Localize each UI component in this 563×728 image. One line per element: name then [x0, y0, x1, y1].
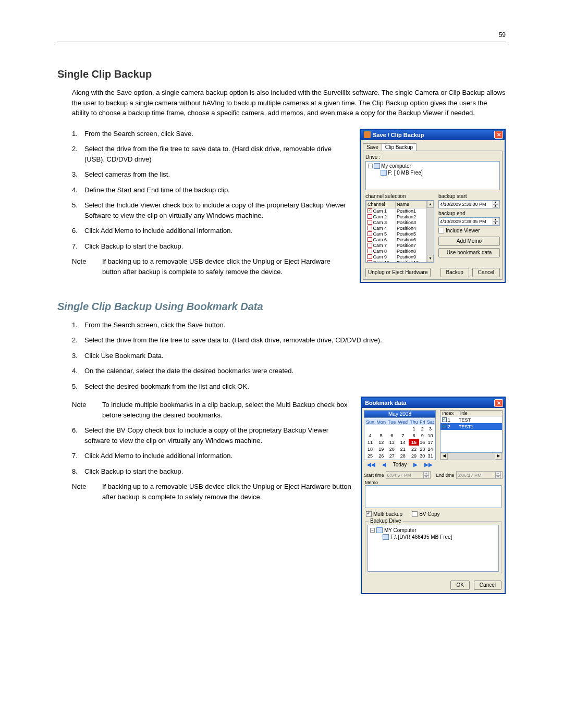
calendar-day[interactable] [397, 425, 409, 432]
calendar-day[interactable]: 9 [419, 432, 426, 439]
my-computer-node[interactable]: My computer [381, 163, 411, 169]
calendar-day[interactable]: 15 [409, 439, 419, 446]
cal-prev-icon[interactable]: ◀ [382, 462, 386, 467]
channel-row[interactable]: Cam 3Position3 [366, 219, 426, 225]
bookmark-list[interactable]: 1TEST2TEST1 [440, 416, 503, 453]
channel-checkbox[interactable] [368, 260, 372, 262]
channel-checkbox[interactable] [368, 254, 372, 259]
calendar-day[interactable]: 18 [365, 446, 375, 452]
include-viewer-checkbox[interactable] [438, 228, 444, 233]
channel-row[interactable]: Cam 5Position5 [366, 231, 426, 237]
channel-row[interactable]: Cam 7Position7 [366, 242, 426, 248]
cancel-button[interactable]: Cancel [474, 581, 501, 590]
channel-checkbox[interactable] [368, 208, 372, 213]
calendar-day[interactable]: 25 [365, 452, 375, 459]
calendar-day[interactable]: 10 [426, 432, 435, 439]
bookmark-checkbox[interactable] [442, 417, 447, 422]
calendar-day[interactable] [375, 425, 387, 432]
backup-drive-tree[interactable]: − MY Computer F:\ [DVR 466495 MB Free] [368, 525, 499, 572]
bv-copy-checkbox[interactable] [412, 511, 418, 517]
cal-next-fast-icon[interactable]: ▶▶ [424, 462, 433, 467]
unplug-eject-button[interactable]: Unplug or Eject Hardware [365, 268, 431, 277]
calendar-day[interactable]: 3 [426, 425, 435, 432]
drive-f-node[interactable]: F:\ [DVR 466495 MB Free] [390, 534, 452, 540]
drive-f-node[interactable]: F: [ 0 MB Free] [388, 169, 423, 176]
calendar-day[interactable]: 13 [387, 439, 397, 446]
calendar-day[interactable]: 1 [409, 425, 419, 432]
calendar-day[interactable]: 7 [397, 432, 409, 439]
close-icon[interactable]: ✕ [494, 399, 503, 407]
close-icon[interactable]: ✕ [494, 131, 503, 139]
backup-end-field[interactable]: 4/10/2009 2:38:05 PM ▲▼ [438, 217, 500, 226]
calendar-day[interactable]: 5 [375, 432, 387, 439]
cal-next-icon[interactable]: ▶ [413, 462, 418, 467]
channel-row[interactable]: Cam 1Position1 [366, 208, 426, 214]
calendar-day[interactable]: 11 [365, 439, 375, 446]
cancel-button[interactable]: Cancel [472, 268, 500, 277]
channel-checkbox[interactable] [368, 249, 372, 253]
calendar-day[interactable]: 29 [409, 452, 419, 459]
scroll-down-icon[interactable]: ▼ [427, 255, 434, 262]
channel-checkbox[interactable] [368, 226, 372, 230]
tab-save[interactable]: Save [363, 143, 382, 151]
backup-start-field[interactable]: 4/10/2009 2:38:00 PM ▲▼ [438, 200, 500, 208]
calendar-day[interactable]: 28 [397, 452, 409, 459]
calendar-day[interactable]: 2 [419, 425, 426, 432]
today-button[interactable]: Today [393, 462, 407, 467]
calendar-day[interactable]: 30 [419, 452, 426, 459]
calendar-day[interactable]: 26 [375, 452, 387, 459]
h-scrollbar[interactable]: ◀ ▶ [440, 453, 503, 460]
channel-checkbox[interactable] [368, 214, 372, 219]
spinner-icon[interactable]: ▲▼ [493, 218, 498, 225]
add-memo-button[interactable]: Add Memo [438, 237, 500, 246]
bookmark-row[interactable]: 2TEST1 [440, 423, 502, 430]
calendar-day[interactable] [365, 425, 375, 432]
tab-clip-backup[interactable]: Clip Backup [382, 143, 417, 151]
calendar-day[interactable]: 27 [387, 452, 397, 459]
calendar-day[interactable]: 16 [419, 439, 426, 446]
channel-checkbox[interactable] [368, 231, 372, 236]
calendar-day[interactable]: 24 [426, 446, 435, 452]
drive-tree[interactable]: − My computer F: [ 0 MB Free] [365, 161, 500, 190]
calendar-day[interactable]: 17 [426, 439, 435, 446]
channel-row[interactable]: Cam 8Position8 [366, 248, 426, 254]
channel-checkbox[interactable] [368, 220, 372, 225]
calendar-day[interactable] [387, 425, 397, 432]
channel-list[interactable]: Channel Name Cam 1Position1Cam 2Position… [365, 200, 434, 263]
cal-prev-fast-icon[interactable]: ◀◀ [367, 462, 375, 467]
channel-row[interactable]: Cam 6Position6 [366, 237, 426, 242]
channel-checkbox[interactable] [368, 243, 372, 248]
bookmark-row[interactable]: 1TEST [440, 416, 502, 423]
calendar-day[interactable]: 6 [387, 432, 397, 439]
scroll-left-icon[interactable]: ◀ [440, 453, 448, 460]
calendar-day[interactable]: 19 [375, 446, 387, 452]
my-computer-node[interactable]: MY Computer [384, 527, 417, 533]
calendar[interactable]: SunMonTueWedThuFriSat1234567891011121314… [364, 418, 436, 460]
channel-row[interactable]: Cam 10Position10 [366, 260, 426, 262]
multi-backup-checkbox[interactable]: ✓ [366, 511, 372, 517]
channel-row[interactable]: Cam 2Position2 [366, 214, 426, 219]
tree-toggle-icon[interactable]: − [370, 528, 375, 533]
calendar-day[interactable]: 31 [426, 452, 435, 459]
calendar-day[interactable]: 21 [397, 446, 409, 452]
bookmark-checkbox[interactable] [442, 424, 447, 429]
channel-row[interactable]: Cam 9Position9 [366, 254, 426, 260]
calendar-day[interactable]: 12 [375, 439, 387, 446]
spinner-icon[interactable]: ▲▼ [423, 472, 429, 479]
calendar-day[interactable]: 22 [409, 446, 419, 452]
channel-row[interactable]: Cam 4Position4 [366, 225, 426, 231]
calendar-day[interactable]: 4 [365, 432, 375, 439]
scrollbar[interactable]: ▲ ▼ [426, 201, 434, 262]
spinner-icon[interactable]: ▲▼ [493, 201, 498, 208]
calendar-day[interactable]: 20 [387, 446, 397, 452]
use-bookmark-data-button[interactable]: Use bookmark data [438, 248, 500, 257]
backup-button[interactable]: Backup [440, 268, 469, 277]
channel-checkbox[interactable] [368, 237, 372, 242]
spinner-icon[interactable]: ▲▼ [495, 472, 501, 479]
ok-button[interactable]: OK [450, 581, 469, 590]
calendar-day[interactable]: 8 [409, 432, 419, 439]
calendar-day[interactable]: 14 [397, 439, 409, 446]
memo-textarea[interactable] [365, 485, 501, 508]
scroll-right-icon[interactable]: ▶ [495, 453, 502, 460]
calendar-day[interactable]: 23 [419, 446, 426, 452]
